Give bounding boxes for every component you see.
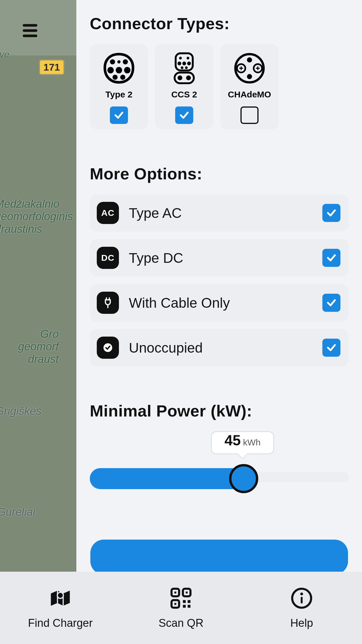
- connector-name: CCS 2: [171, 90, 197, 99]
- svg-point-10: [120, 75, 125, 80]
- dc-badge-icon: DC: [97, 247, 119, 269]
- option-list: AC Type AC DC Type DC With Cable Only: [90, 194, 349, 366]
- svg-point-6: [107, 67, 114, 74]
- check-icon: [326, 208, 337, 218]
- section-title-more-options: More Options:: [90, 164, 349, 183]
- option-label: Type DC: [129, 250, 322, 266]
- check-icon: [326, 253, 337, 263]
- connector-card-ccs2[interactable]: CCS 2: [155, 44, 213, 129]
- option-row-unoccupied[interactable]: Unoccupied: [90, 329, 349, 366]
- map-place-label: Grigiškės: [0, 405, 41, 417]
- plug-icon: [97, 292, 119, 314]
- map-place-label: erve: [0, 49, 9, 60]
- connector-name: CHAdeMO: [228, 90, 271, 99]
- svg-rect-38: [188, 605, 191, 608]
- svg-point-21: [186, 76, 191, 80]
- map-place-label: Gro geomorf draust: [18, 328, 59, 365]
- svg-point-16: [182, 62, 186, 65]
- check-icon: [114, 110, 124, 120]
- section-title-power: Minimal Power (kW):: [90, 401, 349, 420]
- svg-point-17: [181, 66, 183, 69]
- check-icon: [326, 342, 337, 353]
- option-label: Unoccupied: [129, 340, 322, 356]
- svg-point-18: [185, 66, 188, 69]
- connector-checkbox[interactable]: [110, 106, 128, 124]
- svg-point-13: [187, 57, 189, 60]
- option-label: Type AC: [129, 205, 322, 221]
- svg-rect-19: [175, 73, 194, 83]
- nav-help[interactable]: Help: [242, 587, 361, 629]
- slider-unit: kWh: [243, 438, 261, 447]
- connector-card-type2[interactable]: Type 2: [90, 44, 148, 129]
- option-checkbox[interactable]: [322, 339, 340, 357]
- svg-point-12: [179, 57, 182, 60]
- power-slider[interactable]: 45 kWh: [90, 431, 349, 513]
- svg-point-28: [57, 592, 64, 598]
- option-checkbox[interactable]: [322, 249, 340, 267]
- svg-rect-41: [301, 597, 303, 603]
- option-row-type-dc[interactable]: DC Type DC: [90, 239, 349, 276]
- option-row-type-ac[interactable]: AC Type AC: [90, 194, 349, 232]
- connector-checkbox[interactable]: [175, 106, 193, 124]
- svg-rect-34: [174, 603, 176, 605]
- map-place-label: Medžiakalnio geomorfologinis draustinis: [0, 198, 73, 235]
- svg-point-5: [117, 60, 121, 64]
- apply-button[interactable]: [90, 540, 348, 572]
- nav-label: Find Charger: [28, 617, 93, 629]
- nav-label: Scan QR: [159, 617, 203, 629]
- svg-rect-36: [188, 600, 191, 603]
- ac-badge-icon: AC: [97, 202, 119, 224]
- slider-fill: [90, 468, 245, 489]
- nav-scan-qr[interactable]: Scan QR: [121, 587, 241, 629]
- bottom-nav: Find Charger Scan QR Help: [0, 572, 362, 644]
- road-badge: 171: [40, 60, 64, 74]
- qr-icon: [169, 587, 193, 610]
- svg-point-23: [247, 57, 252, 63]
- svg-rect-35: [183, 600, 186, 603]
- nav-label: Help: [290, 617, 313, 629]
- svg-point-14: [178, 62, 181, 65]
- connector-card-chademo[interactable]: CHAdeMO: [220, 44, 279, 129]
- section-title-connectors: Connector Types:: [90, 14, 349, 33]
- type2-icon: [103, 52, 135, 84]
- info-icon: [290, 587, 313, 610]
- slider-value: 45: [224, 432, 241, 449]
- check-icon: [326, 298, 337, 308]
- option-checkbox[interactable]: [322, 294, 340, 312]
- svg-rect-30: [174, 592, 176, 594]
- svg-rect-37: [183, 605, 186, 608]
- svg-point-40: [300, 592, 303, 595]
- option-label: With Cable Only: [129, 295, 322, 311]
- svg-point-3: [110, 59, 115, 64]
- svg-point-4: [123, 59, 128, 64]
- nav-find-charger[interactable]: Find Charger: [1, 587, 120, 629]
- connector-name: Type 2: [106, 90, 133, 99]
- svg-point-9: [113, 75, 118, 80]
- ccs2-icon: [168, 52, 200, 84]
- connector-row: Type 2: [90, 44, 349, 129]
- map-pin-icon: [49, 587, 72, 610]
- available-dot-icon: [97, 337, 119, 359]
- check-icon: [179, 110, 189, 120]
- connector-checkbox[interactable]: [240, 106, 259, 124]
- svg-point-7: [124, 67, 131, 74]
- map-sliver: 171 erve Medžiakalnio geomorfologinis dr…: [0, 0, 76, 572]
- option-row-cable-only[interactable]: With Cable Only: [90, 284, 349, 321]
- filter-panel: Connector Types: Type 2: [76, 0, 362, 572]
- svg-point-8: [116, 67, 122, 74]
- chademo-icon: [233, 52, 266, 84]
- map-place-label: Gureliai: [0, 506, 35, 518]
- svg-point-20: [178, 76, 182, 80]
- svg-rect-32: [186, 592, 188, 594]
- option-checkbox[interactable]: [322, 204, 340, 222]
- svg-point-15: [187, 62, 191, 65]
- slider-thumb[interactable]: [229, 464, 258, 493]
- svg-point-24: [247, 74, 252, 79]
- slider-value-bubble: 45 kWh: [211, 431, 274, 454]
